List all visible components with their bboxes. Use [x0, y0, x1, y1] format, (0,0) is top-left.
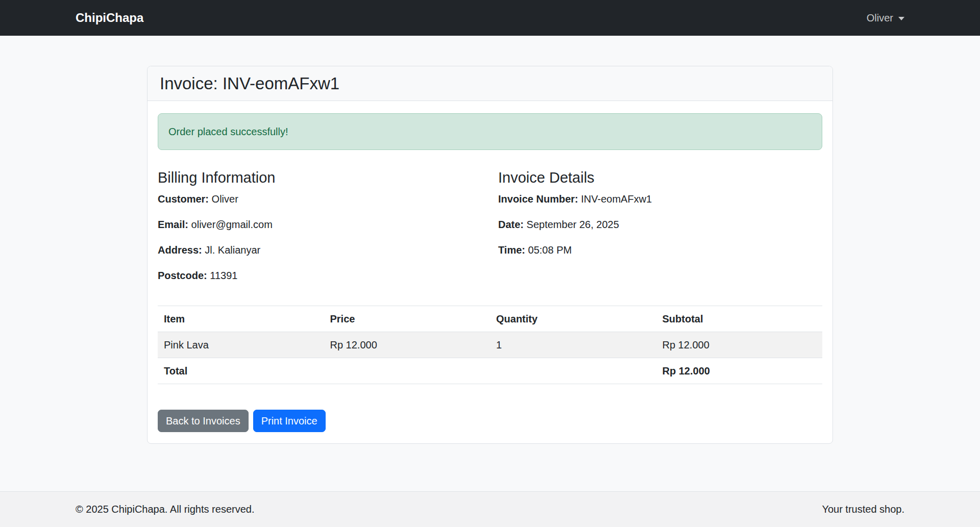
invoice-card-header: Invoice: INV-eomAFxw1: [148, 66, 832, 101]
billing-customer-value: Oliver: [212, 193, 238, 205]
subtotal-cell: Rp 12.000: [656, 332, 823, 358]
column-header-subtotal: Subtotal: [656, 306, 823, 332]
billing-postcode-value: 11391: [210, 270, 237, 281]
invoice-time: Time: 05:08 PM: [498, 242, 822, 258]
column-header-price: Price: [324, 306, 491, 332]
invoice-card: Invoice: INV-eomAFxw1 Order placed succe…: [147, 66, 833, 444]
info-columns: Billing Information Customer: Oliver Ema…: [158, 168, 822, 293]
billing-email: Email: oliver@gmail.com: [158, 217, 490, 232]
invoice-items-table: Item Price Quantity Subtotal Pink Lava R…: [158, 306, 822, 384]
print-invoice-button[interactable]: Print Invoice: [253, 410, 326, 432]
billing-email-value: oliver@gmail.com: [191, 219, 273, 230]
billing-address-label: Address:: [158, 244, 202, 256]
billing-customer: Customer: Oliver: [158, 191, 490, 207]
user-dropdown-toggle[interactable]: Oliver: [867, 12, 904, 24]
invoice-date-value: September 26, 2025: [527, 219, 619, 230]
caret-down-icon: [898, 17, 904, 20]
billing-info-section: Billing Information Customer: Oliver Ema…: [158, 168, 490, 293]
invoice-number-value: INV-eomAFxw1: [581, 193, 652, 205]
item-cell: Pink Lava: [158, 332, 324, 358]
total-label: Total: [158, 358, 324, 384]
invoice-date: Date: September 26, 2025: [498, 217, 822, 232]
brand-logo[interactable]: ChipiChapa: [76, 11, 143, 25]
column-header-item: Item: [158, 306, 324, 332]
user-dropdown-label: Oliver: [867, 12, 893, 24]
empty-cell: [324, 358, 491, 384]
column-header-quantity: Quantity: [490, 306, 656, 332]
footer: © 2025 ChipiChapa. All rights reserved. …: [0, 491, 980, 527]
billing-postcode: Postcode: 11391: [158, 268, 490, 283]
invoice-card-body: Order placed successfully! Billing Infor…: [148, 101, 832, 443]
success-alert: Order placed successfully!: [158, 113, 822, 150]
invoice-number: Invoice Number: INV-eomAFxw1: [498, 191, 822, 207]
invoice-time-value: 05:08 PM: [528, 244, 572, 256]
navbar: ChipiChapa Oliver: [0, 0, 980, 36]
billing-address-value: Jl. Kalianyar: [205, 244, 260, 256]
page-title: Invoice: INV-eomAFxw1: [160, 73, 820, 94]
main-content: Invoice: INV-eomAFxw1 Order placed succe…: [0, 36, 980, 491]
success-alert-message: Order placed successfully!: [168, 126, 288, 137]
quantity-cell: 1: [490, 332, 656, 358]
billing-postcode-label: Postcode:: [158, 270, 207, 281]
action-buttons: Back to Invoices Print Invoice: [158, 410, 822, 432]
invoice-number-label: Invoice Number:: [498, 193, 578, 205]
invoice-details-section: Invoice Details Invoice Number: INV-eomA…: [490, 168, 822, 293]
footer-copyright: © 2025 ChipiChapa. All rights reserved.: [76, 504, 254, 515]
invoice-details-heading: Invoice Details: [498, 168, 822, 187]
billing-email-label: Email:: [158, 219, 188, 230]
page: ChipiChapa Oliver Invoice: INV-eomAFxw1 …: [0, 0, 980, 527]
footer-tagline: Your trusted shop.: [822, 504, 904, 515]
navbar-inner: ChipiChapa Oliver: [76, 0, 904, 36]
price-cell: Rp 12.000: [324, 332, 491, 358]
invoice-time-label: Time:: [498, 244, 525, 256]
table-row: Pink Lava Rp 12.000 1 Rp 12.000: [158, 332, 822, 358]
table-header: Item Price Quantity Subtotal: [158, 306, 822, 332]
invoice-date-label: Date:: [498, 219, 524, 230]
billing-address: Address: Jl. Kalianyar: [158, 242, 490, 258]
back-to-invoices-button[interactable]: Back to Invoices: [158, 410, 249, 432]
billing-customer-label: Customer:: [158, 193, 209, 205]
empty-cell: [490, 358, 656, 384]
total-row: Total Rp 12.000: [158, 358, 822, 384]
footer-inner: © 2025 ChipiChapa. All rights reserved. …: [76, 492, 904, 527]
billing-heading: Billing Information: [158, 168, 490, 187]
total-value: Rp 12.000: [656, 358, 823, 384]
